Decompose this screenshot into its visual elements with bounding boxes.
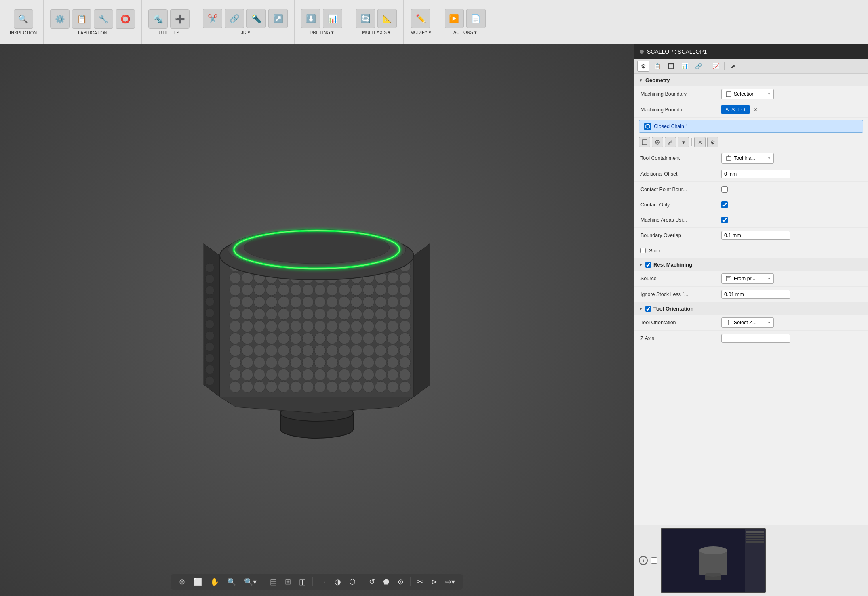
svg-point-117	[290, 345, 301, 356]
slope-checkbox[interactable]	[640, 248, 646, 253]
rest-machining-header[interactable]: ▼ Rest Machining	[634, 258, 868, 271]
tab-icon-1[interactable]: ⚙	[637, 61, 649, 72]
point-icon[interactable]: ⬟	[381, 577, 391, 587]
machining-boundary-dropdown[interactable]: Selection ▾	[721, 89, 774, 99]
tab-icon-4[interactable]: 📊	[678, 61, 691, 72]
svg-rect-193	[642, 140, 647, 145]
select-close-button[interactable]: ✕	[751, 105, 760, 114]
svg-point-140	[387, 357, 398, 368]
svg-point-112	[230, 345, 241, 356]
svg-point-83	[242, 321, 253, 332]
svg-point-68	[242, 308, 253, 320]
tool-orientation-dropdown[interactable]: Select Z... ▾	[721, 317, 774, 328]
grid-icon[interactable]: ⊞	[283, 577, 293, 587]
info-icon[interactable]: i	[639, 556, 648, 565]
utilities-icon-2[interactable]: ➕	[170, 9, 190, 29]
svg-point-102	[290, 333, 301, 344]
refresh-icon[interactable]: ↺	[367, 577, 377, 587]
z-axis-input[interactable]	[721, 334, 790, 343]
tool-orientation-header[interactable]: ▼ Tool Orientation	[634, 302, 868, 315]
svg-point-138	[363, 357, 374, 368]
fabrication-icon-1[interactable]: ⚙️	[50, 9, 70, 29]
box-icon[interactable]: ⬡	[348, 577, 357, 587]
tool-containment-dropdown[interactable]: Tool ins... ▾	[721, 153, 774, 164]
clip-icon[interactable]: ✂	[415, 577, 425, 587]
zoom-icon[interactable]: 🔍	[225, 577, 238, 587]
utilities-label: UTILITIES	[159, 30, 179, 35]
inspection-icon-1[interactable]: 🔍	[14, 9, 33, 29]
contact-only-checkbox[interactable]	[721, 201, 728, 208]
ignore-stock-input[interactable]	[721, 290, 790, 299]
select-button[interactable]: ↖ Select	[721, 105, 750, 114]
drilling-icon-2[interactable]: 📊	[323, 9, 342, 28]
fabrication-icon-3[interactable]: 🔧	[94, 9, 113, 29]
toolbar-group-drilling: ⬇️ 📊 DRILLING	[295, 0, 349, 44]
svg-point-97	[230, 333, 241, 344]
chain-edit-btn[interactable]	[665, 137, 676, 147]
svg-point-98	[242, 333, 253, 344]
3d-label: 3D	[241, 30, 250, 35]
contact-only-label: Contact Only	[640, 202, 721, 208]
viewport[interactable]: ⊕ ⬜ ✋ 🔍 🔍▾ ▤ ⊞ ◫ → ◑ ⬡ ↺ ⬟ ⊙ ✂ ⊳ ⇨▾	[0, 44, 634, 596]
chain-icon[interactable]: ⊙	[396, 577, 405, 587]
utilities-icon-1[interactable]: 🔩	[148, 9, 168, 29]
geometry-section-header[interactable]: ▼ Geometry	[634, 74, 868, 86]
chain-dropdown-btn[interactable]: ▾	[678, 137, 689, 147]
svg-point-39	[254, 284, 265, 296]
actions-icon-1[interactable]: ▶️	[445, 9, 464, 28]
drilling-icon-1[interactable]: ⬇️	[301, 9, 320, 28]
nav-icon[interactable]: ⇨▾	[444, 577, 457, 587]
machining-boundary-select-row: Machining Bounda... ↖ Select ✕	[634, 102, 868, 118]
boundary-overlap-input[interactable]	[721, 231, 790, 240]
modify-icon-1[interactable]: ✏️	[411, 9, 430, 28]
multiaxis-icon-2[interactable]: 📐	[377, 9, 397, 28]
svg-point-145	[266, 369, 277, 380]
pan-icon[interactable]: ✋	[209, 577, 221, 587]
machining-boundary-dropdown-label: Selection	[734, 91, 754, 97]
tool-orientation-section: ▼ Tool Orientation Tool Orientation Sele…	[634, 302, 868, 346]
rotate-icon[interactable]: ⊕	[177, 577, 187, 587]
chain-add-btn[interactable]	[639, 137, 650, 147]
rest-machining-checkbox[interactable]	[645, 262, 651, 268]
chain-delete-btn[interactable]: ✕	[694, 137, 706, 147]
svg-marker-203	[727, 320, 730, 321]
actions-icon-2[interactable]: 📄	[466, 9, 486, 28]
additional-offset-label: Additional Offset	[640, 171, 721, 177]
source-value: From pr... ▾	[721, 273, 863, 284]
bottom-checkbox[interactable]	[651, 557, 657, 564]
tab-expand-icon[interactable]: ⬈	[727, 61, 739, 72]
tab-icon-5[interactable]: 🔗	[692, 61, 704, 72]
cursor-icon: ↖	[725, 107, 730, 113]
tool-orientation-checkbox[interactable]	[645, 306, 651, 312]
export-icon[interactable]: ⊳	[430, 577, 439, 587]
chain-add2-btn[interactable]	[652, 137, 663, 147]
copy-icon[interactable]: ⬜	[192, 577, 204, 587]
3d-icon-3[interactable]: 🔦	[246, 9, 266, 28]
svg-point-167	[351, 381, 362, 392]
svg-point-104	[314, 333, 326, 344]
tab-icon-3[interactable]: 🔲	[665, 61, 677, 72]
layer-icon[interactable]: ◑	[333, 577, 343, 587]
svg-point-180	[205, 263, 214, 272]
multiaxis-icon-1[interactable]: 🔄	[356, 9, 375, 28]
contact-point-checkbox[interactable]	[721, 186, 728, 193]
closed-chain-item[interactable]: Closed Chain 1	[639, 120, 863, 133]
machine-areas-checkbox[interactable]	[721, 217, 728, 223]
tab-icon-6[interactable]: 📈	[710, 61, 722, 72]
3d-icon-1[interactable]: ✂️	[203, 9, 222, 28]
3d-icon-2[interactable]: 🔗	[225, 9, 244, 28]
fabrication-icon-2[interactable]: 📋	[72, 9, 91, 29]
fabrication-icon-4[interactable]: ⭕	[116, 9, 135, 29]
svg-point-67	[230, 308, 241, 320]
source-dropdown[interactable]: From pr... ▾	[721, 273, 774, 284]
chain-settings-btn[interactable]: ⚙	[707, 137, 718, 147]
3d-icon-4[interactable]: ↗️	[268, 9, 288, 28]
additional-offset-input[interactable]	[721, 170, 790, 178]
tab-icon-2[interactable]: 📋	[651, 61, 663, 72]
arrow-icon[interactable]: →	[318, 577, 328, 587]
tool-orientation-dropdown-label: Select Z...	[734, 320, 756, 325]
svg-point-153	[363, 369, 374, 380]
snap-icon[interactable]: ◫	[297, 577, 308, 587]
display-icon[interactable]: ▤	[268, 577, 278, 587]
zoom-dropdown-icon[interactable]: 🔍▾	[242, 577, 258, 587]
